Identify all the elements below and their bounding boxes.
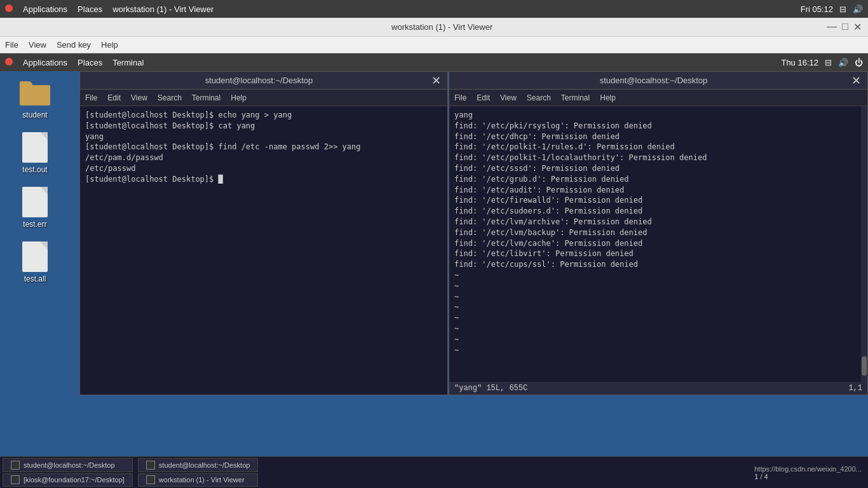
virt-close-button[interactable]: ✕ xyxy=(853,21,862,33)
outer-volume-icon: 🔊 xyxy=(853,4,863,14)
desktop-icon-student-label: student xyxy=(22,111,47,119)
term-right-view[interactable]: View xyxy=(500,93,517,102)
virt-viewer-controls: — □ ✕ xyxy=(827,21,862,33)
virt-menu-view[interactable]: View xyxy=(29,40,46,50)
terminal-left-close[interactable]: ✕ xyxy=(431,74,441,88)
term-right-terminal[interactable]: Terminal xyxy=(561,93,590,102)
term-right-file[interactable]: File xyxy=(454,93,466,102)
taskbar-url: https://blog.csdn.ne/weixin_4200... xyxy=(754,465,862,473)
desktop-icons: student test.out test.err xyxy=(0,71,70,290)
taskbar-items: student@localhost:~/Desktop [kiosk@found… xyxy=(0,457,748,488)
desktop-icon-test-err[interactable]: test.err xyxy=(10,187,60,229)
virt-menu-file[interactable]: File xyxy=(5,40,18,50)
outer-topbar-right: Fri 05:12 ⊟ 🔊 xyxy=(801,4,863,14)
virt-menu-sendkey[interactable]: Send key xyxy=(57,40,91,50)
terminal-right-title: student@localhost:~/Desktop xyxy=(456,76,851,85)
folder-icon-student xyxy=(20,78,50,108)
vm-desktop: Applications Places Terminal Thu 16:12 ⊟… xyxy=(0,53,868,488)
taskbar-item-1[interactable]: student@localhost:~/Desktop xyxy=(138,458,259,472)
terminal-left-title: student@localhost:~/Desktop xyxy=(86,76,431,85)
terminal-left-menu: File Edit View Search Terminal Help xyxy=(80,90,447,106)
inner-applications-menu[interactable]: Applications xyxy=(23,58,67,67)
term-left-help[interactable]: Help xyxy=(231,93,247,102)
terminal-right-close[interactable]: ✕ xyxy=(851,74,861,88)
term-right-help[interactable]: Help xyxy=(600,93,616,102)
desktop-icon-test-all-label: test.all xyxy=(24,274,46,283)
file-shape-all xyxy=(22,241,48,272)
terminal-left-body[interactable]: [student@localhost Desktop]$ echo yang >… xyxy=(80,106,447,395)
taskbar: student@localhost:~/Desktop [kiosk@found… xyxy=(0,456,868,488)
taskbar-item-2[interactable]: [kiosk@foundation17:~/Desktop] xyxy=(3,473,133,487)
virt-minimize-button[interactable]: — xyxy=(827,21,837,33)
term-left-terminal[interactable]: Terminal xyxy=(192,93,220,102)
terminal-right-titlebar: student@localhost:~/Desktop ✕ xyxy=(449,72,867,90)
inner-topbar: Applications Places Terminal Thu 16:12 ⊟… xyxy=(0,53,868,71)
terminal-left: student@localhost:~/Desktop ✕ File Edit … xyxy=(79,71,448,395)
taskbar-right: https://blog.csdn.ne/weixin_4200... 1 / … xyxy=(748,465,868,480)
outer-topbar: Applications Places workstation (1) - Vi… xyxy=(0,0,868,18)
taskbar-item-label-2: [kiosk@foundation17:~/Desktop] xyxy=(24,476,125,484)
terminal-right-scrollbar[interactable] xyxy=(861,106,867,382)
terminal-right-body[interactable]: yang find: '/etc/pki/rsyslog': Permissio… xyxy=(449,106,861,382)
inner-volume-icon: 🔊 xyxy=(838,58,848,67)
outer-places-menu[interactable]: Places xyxy=(78,4,102,14)
outer-applications-menu[interactable]: Applications xyxy=(23,4,67,14)
terminal-left-content: [student@localhost Desktop]$ echo yang >… xyxy=(85,110,442,185)
desktop-icon-test-out-label: test.out xyxy=(22,165,47,174)
inner-power-icon[interactable]: ⏻ xyxy=(855,58,863,67)
inner-topbar-right: Thu 16:12 ⊟ 🔊 ⏻ xyxy=(781,58,863,67)
outer-network-icon: ⊟ xyxy=(839,4,846,14)
inner-red-dot xyxy=(5,58,13,67)
terminal-left-titlebar: student@localhost:~/Desktop ✕ xyxy=(80,72,447,90)
inner-topbar-left: Applications Places Terminal xyxy=(5,58,144,67)
inner-places-menu[interactable]: Places xyxy=(78,58,102,67)
term-left-edit[interactable]: Edit xyxy=(107,93,121,102)
file-shape-out xyxy=(22,132,48,163)
folder-shape xyxy=(20,80,50,105)
vim-status-left: "yang" 15L, 655C xyxy=(454,384,527,393)
terminal-right-scroll-thumb[interactable] xyxy=(862,356,867,376)
desktop-icon-student[interactable]: student xyxy=(10,78,60,119)
outer-time: Fri 05:12 xyxy=(801,4,833,14)
taskbar-item-label-3: workstation (1) - Virt Viewer xyxy=(159,476,245,484)
virt-viewer-title: workstation (1) - Virt Viewer xyxy=(57,22,827,32)
desktop-icon-test-out[interactable]: test.out xyxy=(10,132,60,174)
file-icon-test-out xyxy=(20,132,50,163)
taskbar-item-label-0: student@localhost:~/Desktop xyxy=(24,461,115,469)
outer-red-dot xyxy=(5,4,13,14)
term-right-edit[interactable]: Edit xyxy=(477,93,490,102)
term-left-view[interactable]: View xyxy=(131,93,147,102)
outer-title: workstation (1) - Virt Viewer xyxy=(112,4,214,14)
virt-viewer-titlebar: workstation (1) - Virt Viewer — □ ✕ xyxy=(0,18,868,37)
term-left-file[interactable]: File xyxy=(85,93,97,102)
taskbar-virt-icon-3 xyxy=(146,475,155,484)
vim-status-right: 1,1 xyxy=(848,384,862,393)
virt-viewer-menu: File View Send key Help xyxy=(0,37,868,53)
inner-time: Thu 16:12 xyxy=(781,58,818,67)
terminal-right-menu: File Edit View Search Terminal Help xyxy=(449,90,867,106)
virt-menu-help[interactable]: Help xyxy=(101,40,118,50)
taskbar-item-0[interactable]: student@localhost:~/Desktop xyxy=(3,458,133,472)
taskbar-terminal-icon-2 xyxy=(11,475,20,484)
outer-topbar-left: Applications Places workstation (1) - Vi… xyxy=(5,4,214,14)
taskbar-item-label-1: student@localhost:~/Desktop xyxy=(159,461,250,469)
terminal-right: student@localhost:~/Desktop ✕ File Edit … xyxy=(449,71,868,395)
term-left-search[interactable]: Search xyxy=(158,93,182,102)
file-icon-test-err xyxy=(20,187,50,217)
taskbar-page-indicator: 1 / 4 xyxy=(754,473,862,480)
term-right-search[interactable]: Search xyxy=(527,93,551,102)
taskbar-terminal-icon-0 xyxy=(11,461,20,470)
vim-statusline: "yang" 15L, 655C 1,1 xyxy=(449,382,867,395)
inner-network-icon: ⊟ xyxy=(825,58,832,67)
taskbar-item-3[interactable]: workstation (1) - Virt Viewer xyxy=(138,473,259,487)
virt-maximize-button[interactable]: □ xyxy=(842,21,848,33)
inner-terminal-menu[interactable]: Terminal xyxy=(112,58,144,67)
taskbar-terminal-icon-1 xyxy=(146,461,155,470)
file-shape-err xyxy=(22,187,48,217)
terminal-right-content: yang find: '/etc/pki/rsyslog': Permissio… xyxy=(454,110,856,355)
desktop-icon-test-all[interactable]: test.all xyxy=(10,241,60,283)
file-icon-test-all xyxy=(20,241,50,272)
virt-viewer-window: workstation (1) - Virt Viewer — □ ✕ File… xyxy=(0,18,868,488)
desktop-icon-test-err-label: test.err xyxy=(23,220,46,229)
terminal-right-inner: yang find: '/etc/pki/rsyslog': Permissio… xyxy=(449,106,867,382)
